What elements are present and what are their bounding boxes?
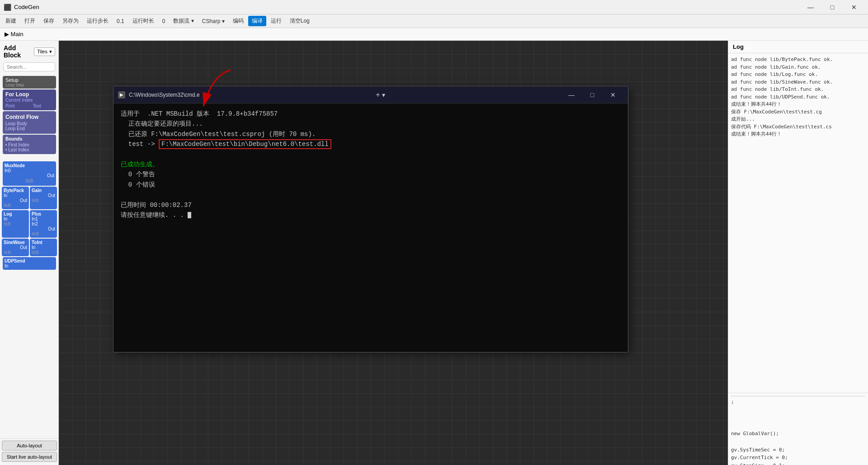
for-loop-sub: Current Index — [5, 98, 53, 103]
menu-runstep[interactable]: 运行步长 — [83, 16, 112, 26]
muxnode-label: 信息 — [5, 178, 54, 184]
menu-save[interactable]: 保存 — [40, 16, 58, 26]
plus-node[interactable]: Plus In1 In2 Out 信息 — [30, 210, 57, 238]
bytepack-label: 信息 — [4, 203, 27, 208]
log-code-separator — [731, 396, 865, 396]
muxnode-out: Out — [5, 173, 54, 178]
cmd-titlebar-controls: — □ ✕ — [561, 86, 623, 103]
toint-node[interactable]: ToInt In 信息 — [30, 239, 57, 256]
breadcrumb-text[interactable]: ▶ Main — [5, 31, 24, 38]
cmd-icon: ▶ — [118, 91, 125, 99]
code-line-4 — [731, 422, 865, 430]
menu-encode[interactable]: 编码 — [229, 16, 247, 26]
sidebar-section: Setup Loop Step For Loop Current Index P… — [0, 73, 59, 157]
sidebar-item-bounds[interactable]: Bounds • First Index • Last Index — [3, 135, 56, 154]
canvas-area[interactable]: ▶ C:\Windows\System32\cmd.e + ▾ — □ ✕ 适用… — [59, 41, 728, 465]
control-flow-items: Loop Body Loop End — [5, 121, 53, 131]
cmd-new-tab[interactable]: + — [376, 91, 380, 99]
log-line-7: 成结束！脚本共44行！ — [731, 101, 865, 108]
sidebar-item-setup[interactable]: Setup Loop Step — [3, 76, 56, 89]
close-button[interactable]: ✕ — [844, 0, 864, 14]
cmd-close-button[interactable]: ✕ — [603, 86, 623, 103]
cmd-line-4: test -> F:\MaxCodeGen\test\bin\Debug\net… — [121, 139, 621, 149]
start-live-auto-layout-button[interactable]: Start live auto-layout — [2, 452, 57, 462]
cmd-minimize-button[interactable]: — — [561, 86, 582, 103]
log-code: ; new GlobalVar(); gv.SysTimeSec = 0; gv… — [728, 393, 868, 465]
cmd-title: C:\Windows\System32\cmd.e — [129, 92, 200, 98]
menu-runtime[interactable]: 运行时长 — [129, 16, 158, 26]
plus-title: Plus — [32, 211, 55, 216]
gain-label: 信息 — [32, 198, 55, 203]
log-title: Log — [728, 41, 868, 53]
cmd-line-warnings: 0 个警告 — [121, 169, 621, 179]
bytepack-gain-row: BytePack In Out 信息 Gain Out 信息 — [2, 187, 57, 209]
search-input[interactable] — [4, 62, 55, 71]
plus-in2: In2 — [32, 221, 55, 226]
menu-saveas[interactable]: 另存为 — [59, 16, 82, 26]
udpsend-in: In — [5, 263, 54, 268]
code-line-1: ; — [731, 398, 865, 406]
menu-compile[interactable]: 编译 — [248, 16, 266, 26]
add-block-header: Add Block Tiles ▾ — [0, 41, 59, 61]
app-title: CodeGen — [14, 4, 39, 10]
menu-step-value[interactable]: 0.1 — [113, 17, 128, 26]
cmd-cursor — [188, 212, 191, 218]
muxnode-node[interactable]: MuxNode In0 Out 信息 — [3, 161, 56, 186]
loop-step-label: Loop Step — [5, 83, 53, 87]
menu-clearlog[interactable]: 清空Log — [286, 16, 313, 26]
minimize-button[interactable]: — — [800, 0, 821, 14]
code-line-5: new GlobalVar(); — [731, 430, 865, 438]
muxnode-in0: In0 — [5, 168, 54, 173]
text-label: Text — [33, 103, 41, 108]
code-line-9: gv.StepSize = 0.1; — [731, 462, 865, 465]
menubar: 新建 打开 保存 另存为 运行步长 0.1 运行时长 0 数据流 ▾ CShar… — [0, 14, 868, 28]
bytepack-out: Out — [4, 198, 27, 203]
main-area: Add Block Tiles ▾ Setup Loop Step For Lo… — [0, 41, 868, 465]
log-node[interactable]: Log In 信息 — [2, 210, 29, 238]
bytepack-node[interactable]: BytePack In Out 信息 — [2, 187, 29, 209]
bottom-buttons: Auto-layout Start live auto-layout — [0, 438, 59, 465]
titlebar-controls: — □ ✕ — [800, 0, 864, 14]
plus-label: 信息 — [32, 231, 55, 236]
sidebar-nodes: MuxNode In0 Out 信息 BytePack In Out 信息 Ga… — [0, 160, 59, 271]
cmd-line-time: 已用时间 00:00:02.37 — [121, 200, 621, 210]
cmd-content: 适用于 .NET MSBuild 版本 17.9.8+b34f75857 正在确… — [113, 103, 628, 352]
tiles-dropdown[interactable]: Tiles ▾ — [34, 47, 55, 56]
udpsend-node[interactable]: UDPSend In — [3, 257, 56, 270]
cmd-line-1: 适用于 .NET MSBuild 版本 17.9.8+b34f75857 — [121, 109, 621, 119]
cmd-line-blank — [121, 190, 621, 200]
cmd-line-5 — [121, 150, 621, 160]
log-plus-row: Log In 信息 Plus In1 In2 Out 信息 — [2, 210, 57, 238]
sidebar-item-control-flow[interactable]: Control Flow Loop Body Loop End — [3, 111, 56, 134]
cmd-highlighted-path: F:\MaxCodeGen\test\bin\Debug\net6.0\test… — [159, 139, 331, 149]
menu-dataflow[interactable]: 数据流 ▾ — [170, 16, 197, 26]
log-line-2: ad func node lib/Gain.func ok. — [731, 64, 865, 71]
sinewave-node[interactable]: SineWave Out 信息 — [2, 239, 29, 256]
plus-in1: In1 — [32, 216, 55, 221]
titlebar: ⬛ CodeGen — □ ✕ — [0, 0, 868, 14]
sidebar-item-for-loop[interactable]: For Loop Current Index Print Text — [3, 89, 56, 110]
log-line-5: ad func node lib/ToInt.func ok. — [731, 86, 865, 94]
menu-open[interactable]: 打开 — [21, 16, 39, 26]
cmd-maximize-button[interactable]: □ — [582, 86, 603, 103]
menu-new[interactable]: 新建 — [2, 16, 20, 26]
auto-layout-button[interactable]: Auto-layout — [2, 441, 57, 451]
sinewave-label: 信息 — [4, 250, 27, 255]
cmd-dropdown-icon[interactable]: ▾ — [382, 91, 385, 99]
sidebar: Add Block Tiles ▾ Setup Loop Step For Lo… — [0, 41, 59, 465]
cmd-titlebar-left: ▶ C:\Windows\System32\cmd.e — [118, 91, 200, 99]
toint-in: In — [32, 245, 55, 250]
gain-node[interactable]: Gain Out 信息 — [30, 187, 57, 209]
menu-csharp[interactable]: CSharp ▾ — [198, 17, 228, 26]
cmd-line-3: 已还原 F:\MaxCodeGen\test\test.csproj (用时 7… — [121, 129, 621, 139]
titlebar-left: ⬛ CodeGen — [4, 4, 39, 11]
menu-time-value[interactable]: 0 — [159, 17, 169, 26]
maximize-button[interactable]: □ — [822, 0, 843, 14]
udpsend-title: UDPSend — [5, 258, 54, 263]
for-loop-title: For Loop — [5, 91, 53, 98]
menu-run[interactable]: 运行 — [267, 16, 285, 26]
add-block-title: Add Block — [4, 44, 34, 59]
control-flow-title: Control Flow — [5, 114, 53, 120]
log-line-11: 成结束！脚本共44行！ — [731, 131, 865, 138]
log-line-10: 保存代码 F:\MaxCodeGen\test\test.cs — [731, 123, 865, 131]
